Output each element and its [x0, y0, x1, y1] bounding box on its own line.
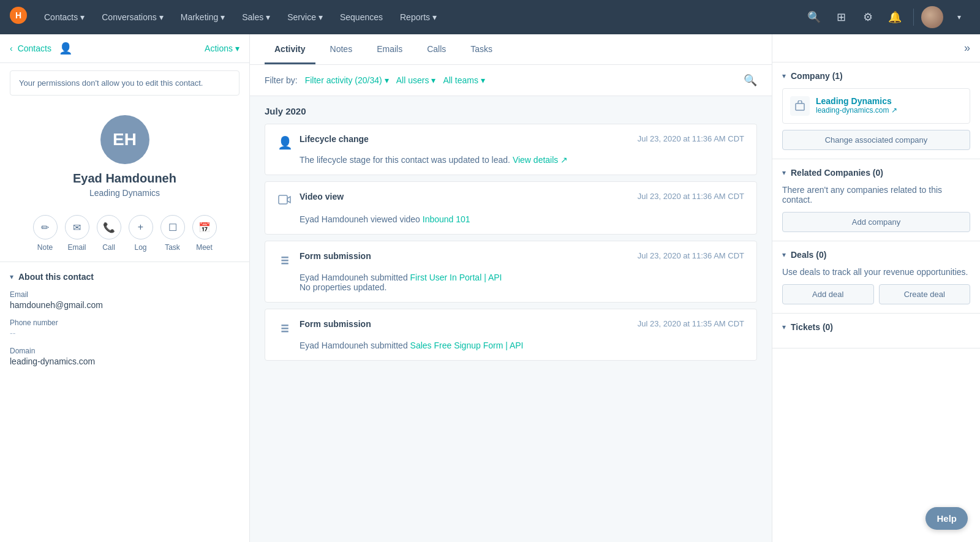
nav-conversations[interactable]: Conversations — [94, 7, 171, 27]
tickets-section: ▾ Tickets (0) — [772, 314, 980, 348]
left-sidebar: Contacts 👤 Actions Your permissions don'… — [0, 34, 250, 542]
task-icon: ☐ — [160, 215, 185, 239]
activity-body-form1: Eyad Hamdouneh submitted First User In P… — [277, 273, 744, 292]
activity-card-video: Video view Jul 23, 2020 at 11:36 AM CDT … — [265, 181, 757, 235]
related-companies-toggle[interactable]: ▾ Related Companies (0) — [782, 168, 970, 178]
tab-calls[interactable]: Calls — [417, 34, 456, 64]
about-section: ▾ About this contact Email hamdouneh@gma… — [0, 262, 249, 385]
search-icon[interactable]: 🔍 — [803, 6, 825, 28]
nav-right-actions: 🔍 ⊞ ⚙ 🔔 ▾ — [803, 6, 970, 28]
activity-title-row: Video view Jul 23, 2020 at 11:36 AM CDT — [300, 192, 744, 201]
company-logo-icon — [790, 96, 810, 116]
activity-feed: July 2020 👤 Lifecycle change Jul 23, 202… — [250, 96, 772, 377]
tab-emails[interactable]: Emails — [367, 34, 412, 64]
actions-button[interactable]: Actions — [205, 43, 239, 53]
deals-buttons: Add deal Create deal — [782, 284, 970, 304]
change-company-button[interactable]: Change associated company — [782, 130, 970, 150]
activity-card-form1: ≡ Form submission Jul 23, 2020 at 11:36 … — [265, 241, 757, 303]
task-button[interactable]: ☐ Task — [160, 215, 185, 252]
domain-field-group: Domain leading-dynamics.com — [10, 347, 239, 366]
marketplace-icon[interactable]: ⊞ — [830, 6, 852, 28]
add-deal-button[interactable]: Add deal — [782, 284, 874, 304]
company-section: ▾ Company (1) Leading Dynamics leading-d… — [772, 62, 980, 159]
related-companies-section: ▾ Related Companies (0) There aren't any… — [772, 159, 980, 241]
main-content: Activity Notes Emails Calls Tasks Filter… — [250, 34, 772, 542]
notifications-icon[interactable]: 🔔 — [884, 6, 906, 28]
help-button[interactable]: Help — [925, 507, 968, 530]
activity-body-form2: Eyad Hamdouneh submitted Sales Free Sign… — [277, 341, 744, 350]
company-url[interactable]: leading-dynamics.com ↗ — [816, 106, 897, 115]
add-company-button[interactable]: Add company — [782, 212, 970, 232]
collapse-icon[interactable]: » — [964, 42, 970, 55]
activity-body-lifecycle: The lifecycle stage for this contact was… — [277, 155, 744, 165]
form2-icon: ≡ — [277, 320, 292, 336]
log-button[interactable]: + Log — [129, 215, 153, 252]
contact-name: Eyad Hamdouneh — [73, 171, 176, 186]
filter-users-button[interactable]: All users — [396, 75, 436, 85]
contact-avatar-section: EH Eyad Hamdouneh Leading Dynamics — [0, 103, 249, 205]
filter-teams-button[interactable]: All teams — [443, 75, 485, 85]
main-layout: Contacts 👤 Actions Your permissions don'… — [0, 34, 980, 542]
about-section-toggle[interactable]: ▾ About this contact — [10, 272, 239, 282]
nav-sales[interactable]: Sales — [235, 7, 277, 27]
deals-section-toggle[interactable]: ▾ Deals (0) — [782, 250, 970, 260]
svg-text:H: H — [15, 10, 21, 20]
meet-button[interactable]: 📅 Meet — [192, 215, 217, 252]
create-deal-button[interactable]: Create deal — [879, 284, 971, 304]
lifecycle-icon: 👤 — [277, 135, 292, 150]
company-name[interactable]: Leading Dynamics — [816, 96, 897, 106]
note-button[interactable]: ✏ Note — [33, 215, 58, 252]
deals-section: ▾ Deals (0) Use deals to track all your … — [772, 241, 980, 314]
company-card: Leading Dynamics leading-dynamics.com ↗ — [782, 88, 970, 124]
nav-reports[interactable]: Reports — [393, 7, 444, 27]
meet-icon: 📅 — [192, 215, 217, 239]
activity-body-video: Eyad Hamdouneh viewed video Inbound 101 — [277, 214, 744, 224]
video-icon — [277, 193, 292, 209]
settings-icon[interactable]: ⚙ — [857, 6, 879, 28]
form2-link[interactable]: Sales Free Signup Form | API — [410, 341, 524, 350]
activity-search-icon[interactable]: 🔍 — [744, 73, 757, 87]
note-icon: ✏ — [33, 215, 58, 239]
activity-card-lifecycle: 👤 Lifecycle change Jul 23, 2020 at 11:36… — [265, 124, 757, 175]
nav-service[interactable]: Service — [280, 7, 330, 27]
sidebar-toggle: » — [772, 34, 980, 62]
email-icon: ✉ — [65, 215, 89, 239]
tab-notes[interactable]: Notes — [320, 34, 363, 64]
action-buttons-bar: ✏ Note ✉ Email 📞 Call + Log ☐ Task 📅 Mee — [0, 205, 249, 262]
top-navigation: H Contacts Conversations Marketing Sales… — [0, 0, 980, 34]
tickets-section-toggle[interactable]: ▾ Tickets (0) — [782, 322, 970, 332]
user-avatar[interactable] — [921, 6, 943, 28]
account-chevron-icon[interactable]: ▾ — [948, 6, 970, 28]
nav-contacts[interactable]: Contacts — [37, 7, 92, 27]
activity-filter-bar: Filter by: Filter activity (20/34) All u… — [250, 65, 772, 96]
sidebar-header: Contacts 👤 Actions — [0, 34, 249, 63]
company-section-toggle[interactable]: ▾ Company (1) — [782, 71, 970, 81]
back-to-contacts[interactable]: Contacts 👤 — [10, 42, 72, 55]
svg-rect-3 — [796, 104, 804, 110]
nav-marketing[interactable]: Marketing — [173, 7, 232, 27]
activity-header: 👤 Lifecycle change Jul 23, 2020 at 11:36… — [277, 134, 744, 150]
tab-activity[interactable]: Activity — [265, 34, 315, 64]
email-field-group: Email hamdouneh@gmail.com — [10, 290, 239, 310]
company-info: Leading Dynamics leading-dynamics.com ↗ — [816, 96, 897, 115]
log-icon: + — [129, 215, 153, 239]
phone-icon: 📞 — [97, 215, 121, 239]
activity-header: Video view Jul 23, 2020 at 11:36 AM CDT — [277, 192, 744, 209]
form-icon: ≡ — [277, 252, 292, 268]
email-button[interactable]: ✉ Email — [65, 215, 89, 252]
form1-link[interactable]: First User In Portal | API — [410, 273, 502, 282]
activity-title-row: Lifecycle change Jul 23, 2020 at 11:36 A… — [300, 134, 744, 144]
right-sidebar: » ▾ Company (1) Leading Dynamics leadin — [772, 34, 980, 542]
contact-company: Leading Dynamics — [89, 188, 160, 198]
filter-activity-button[interactable]: Filter activity (20/34) — [305, 75, 389, 85]
activity-card-form2: ≡ Form submission Jul 23, 2020 at 11:35 … — [265, 309, 757, 361]
activity-title-row: Form submission Jul 23, 2020 at 11:35 AM… — [300, 319, 744, 329]
tabs-bar: Activity Notes Emails Calls Tasks — [250, 34, 772, 65]
inbound-101-link[interactable]: Inbound 101 — [423, 214, 470, 224]
tab-tasks[interactable]: Tasks — [461, 34, 502, 64]
month-header: July 2020 — [265, 106, 757, 116]
call-button[interactable]: 📞 Call — [97, 215, 121, 252]
view-details-link[interactable]: View details ↗ — [513, 155, 568, 165]
nav-sequences[interactable]: Sequences — [333, 7, 390, 27]
activity-header: ≡ Form submission Jul 23, 2020 at 11:36 … — [277, 251, 744, 268]
